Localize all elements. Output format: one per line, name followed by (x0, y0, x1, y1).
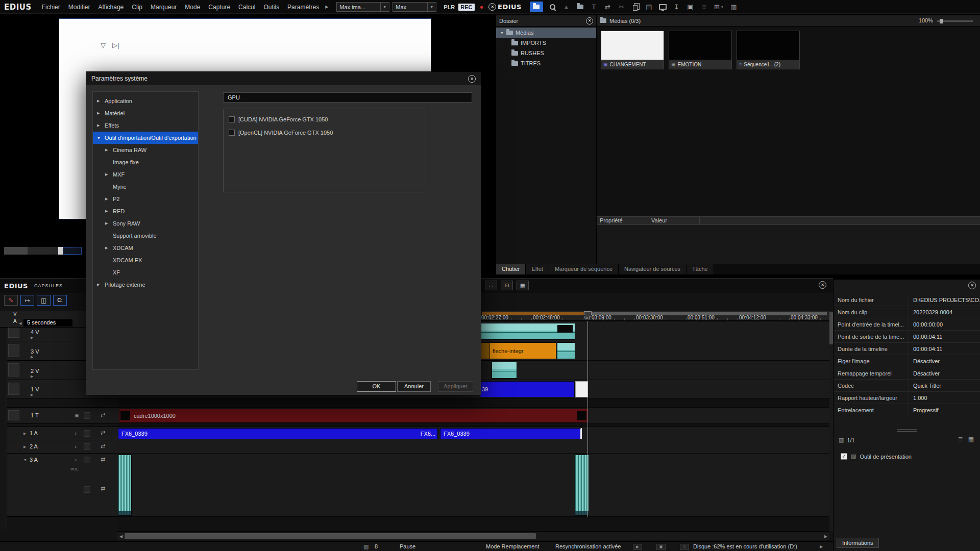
timeline-clip-video-2v[interactable] (492, 362, 517, 379)
tree-item-red[interactable]: ▶RED (93, 205, 198, 217)
tree-item-cinema-raw[interactable]: ▶Cinema RAW (93, 144, 198, 156)
timeline-clip-cadre[interactable]: cadre1000x1000 (119, 409, 588, 423)
vertical-scrollbar[interactable] (829, 311, 833, 531)
output-toggle-icon[interactable]: □ (680, 544, 689, 550)
track-lock-box[interactable] (84, 443, 90, 450)
menu-fichier[interactable]: Fichier (38, 4, 64, 11)
copy-icon[interactable] (631, 2, 639, 12)
menu-calcul[interactable]: Calcul (234, 4, 259, 11)
tree-item-pilotage-externe[interactable]: ▶Pilotage externe (93, 279, 198, 291)
tree-item-p2[interactable]: ▶P2 (93, 193, 198, 205)
timeline-clip-audio-left[interactable] (118, 455, 132, 516)
tab-chutier[interactable]: Chutier (496, 264, 526, 274)
export-icon[interactable]: ↧ (673, 2, 680, 12)
gpu-option-cuda[interactable]: [CUDA] NVIDIA GeForce GTX 1050 (229, 114, 426, 124)
close-icon[interactable]: ✕ (488, 3, 496, 11)
menu-outils[interactable]: Outils (259, 4, 283, 11)
timeline-clip-video-3v[interactable] (557, 342, 575, 359)
close-icon[interactable]: ✕ (819, 281, 826, 289)
menu-affichage[interactable]: Affichage (94, 4, 128, 11)
tab-tache[interactable]: Tâche (687, 264, 714, 274)
track-patch[interactable] (8, 344, 19, 357)
tree-item-sony-raw[interactable]: ▶Sony RAW (93, 217, 198, 230)
clip-card-emotion[interactable]: ▣EMOTION (669, 31, 732, 69)
speaker-icon[interactable]: ♪ (75, 431, 77, 436)
gpu-option-opencl[interactable]: [OpenCL] NVIDIA GeForce GTX 1050 (229, 128, 426, 138)
scroll-left-icon[interactable]: ◀ (19, 321, 21, 325)
dialog-titlebar[interactable]: Paramètres système ✕ (86, 72, 481, 85)
track-lock-box[interactable] (84, 430, 90, 437)
menu-mode[interactable]: Mode (181, 4, 204, 11)
property-column-header[interactable]: Propriété (597, 217, 648, 224)
tab-informations[interactable]: Informations (837, 538, 879, 548)
level-slider-handle[interactable] (58, 247, 63, 255)
timeline-clip-audio-right[interactable] (575, 455, 589, 516)
track-lock-box[interactable] (84, 457, 90, 463)
track-header-3a[interactable]: ▼ 3 A ♪ ⇄ VOL ⇄ (0, 454, 117, 517)
split-mode-button[interactable]: ◫ (37, 295, 51, 306)
track-lock-box[interactable] (84, 412, 90, 419)
tab-navigateur-sources[interactable]: Navigateur de sources (619, 264, 687, 274)
apply-button[interactable]: Appliquer (438, 381, 473, 392)
tree-item-image-fixe[interactable]: Image fixe (93, 156, 198, 168)
speaker-icon[interactable]: ♪ (75, 457, 77, 462)
timeline-clip-video-1v[interactable]: 39 (480, 381, 575, 397)
sync-icon[interactable]: ⇄ (604, 2, 611, 12)
expand-track-icon[interactable]: ▶ (31, 393, 33, 397)
folder-item-rushes[interactable]: RUSHES (496, 48, 596, 58)
menu-overflow-icon[interactable]: ▶ (325, 5, 328, 9)
timescale-selector[interactable]: 5 secondes (23, 319, 72, 327)
tree-item-mync[interactable]: Mync (93, 181, 198, 193)
insert-mode-button[interactable]: ↦ (20, 295, 34, 306)
menu-marqueur[interactable]: Marqueur (146, 4, 181, 11)
monitor-toggle-icon[interactable]: ▶ (633, 544, 642, 550)
thumbnail-zoom-slider[interactable] (937, 20, 973, 22)
list-view-icon[interactable]: ≡ (700, 2, 708, 12)
capsule-mode-button[interactable]: C: (53, 295, 67, 306)
vertical-scrollbar-thumb[interactable] (829, 312, 833, 344)
track-patch[interactable] (8, 410, 19, 420)
text-tool-icon[interactable]: T (590, 2, 598, 12)
fit-timeline-icon[interactable]: ⇔ (485, 281, 497, 290)
menu-capture[interactable]: Capture (204, 4, 234, 11)
status-expand-icon[interactable]: ▶ (820, 544, 823, 549)
tree-item-materiel[interactable]: ▶Matériel (93, 107, 198, 119)
open-bin-button[interactable] (530, 2, 543, 12)
close-icon[interactable]: ✕ (586, 17, 593, 24)
title-track-icon[interactable]: ▣ (75, 413, 79, 418)
level-slider[interactable] (4, 247, 82, 255)
expand-track-icon[interactable]: ▶ (23, 445, 26, 449)
timeline-clip-fleche[interactable]: fleche-integr (480, 342, 556, 359)
expand-track-icon[interactable]: ▶ (31, 374, 33, 379)
tree-item-support-amovible[interactable]: Support amovible (93, 230, 198, 242)
scroll-left-icon[interactable]: ◀ (119, 534, 122, 539)
timeline-clip-fx6-1[interactable]: FX6_0339 FX6... (118, 428, 438, 439)
thumbnail-zoom-handle[interactable] (940, 19, 943, 23)
tab-effet[interactable]: Effet (526, 264, 549, 274)
audio-patch-label[interactable]: A (13, 318, 17, 324)
sync-lock-icon[interactable]: ⇄ (101, 456, 105, 463)
tab-marqueur-sequence[interactable]: Marqueur de séquence (549, 264, 619, 274)
grid-view-icon[interactable]: ▦ (968, 436, 974, 443)
expand-track-icon[interactable]: ▶ (31, 336, 33, 340)
rec-badge[interactable]: REC (458, 4, 474, 11)
sync-lock-icon[interactable]: ⇄ (101, 430, 105, 436)
search-icon[interactable] (549, 4, 556, 11)
cuda-checkbox[interactable] (229, 116, 235, 122)
cancel-button[interactable]: Annuler (397, 381, 431, 392)
clip-card-changement[interactable]: ▣CHANGEMENT (601, 31, 664, 69)
close-icon[interactable]: ✕ (468, 75, 476, 83)
track-patch[interactable] (8, 363, 19, 377)
trim-mode-button[interactable]: ✎ (4, 295, 18, 306)
menu-parametres[interactable]: Paramètres (283, 4, 323, 11)
tree-item-xdcam-ex[interactable]: XDCAM EX (93, 254, 198, 266)
expand-track-icon[interactable]: ▶ (31, 355, 33, 359)
monitor-icon[interactable] (659, 2, 667, 12)
track-lane-2a[interactable] (117, 440, 829, 454)
panel-splitter[interactable] (897, 429, 917, 432)
preset-dropdown[interactable]: Max ima... ▼ (336, 2, 389, 12)
chevron-down-icon[interactable]: ▼ (500, 31, 504, 35)
tree-item-effets[interactable]: ▶Effets (93, 119, 198, 132)
expand-track-icon[interactable]: ▶ (23, 432, 26, 436)
cut-icon[interactable]: ✂ (618, 2, 625, 12)
